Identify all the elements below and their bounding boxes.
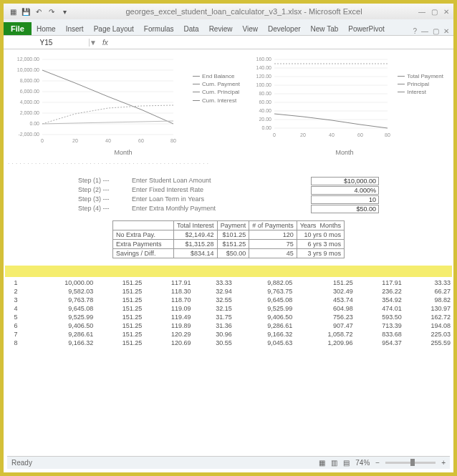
svg-text:40: 40: [105, 138, 111, 143]
loan-amount-input[interactable]: $10,000.00: [311, 177, 379, 185]
svg-text:0: 0: [41, 138, 44, 143]
chart-balance[interactable]: 12,000.00 10,000.00 8,000.00 6,000.00 4,…: [5, 52, 241, 156]
worksheet-area[interactable]: 12,000.00 10,000.00 8,000.00 6,000.00 4,…: [4, 49, 453, 350]
tab-data[interactable]: Data: [179, 23, 204, 35]
steps-block: Step (1) ---Enter Student Loan Amount$10…: [78, 177, 379, 213]
term-input[interactable]: 10: [311, 195, 379, 204]
excel-icon: ▦: [8, 6, 18, 16]
svg-text:20: 20: [300, 132, 306, 137]
tab-home[interactable]: Home: [32, 23, 61, 35]
tab-powerpivot[interactable]: PowerPivot: [343, 23, 390, 35]
file-tab[interactable]: File: [4, 22, 32, 35]
view-normal-icon[interactable]: ▦: [319, 459, 325, 467]
undo-icon[interactable]: ↶: [34, 6, 44, 16]
svg-text:60.00: 60.00: [259, 99, 271, 105]
chart-legend-left: End Balance Cum. Payment Cum. Principal …: [193, 72, 240, 105]
chart-legend-right: Total Payment Principal Interest: [398, 72, 443, 97]
amortization-table: 110,000.00151.25117.9133.339,882.05151.2…: [5, 278, 452, 347]
help-icon[interactable]: ?: [413, 27, 417, 35]
svg-text:10,000.00: 10,000.00: [17, 67, 39, 72]
table-row: 69,406.50151.25119.8931.369,286.61907.47…: [5, 321, 452, 330]
status-bar: Ready ▦ ▥ ▤ 74% − +: [7, 456, 450, 469]
window-controls: — ▢ ✕: [418, 8, 449, 16]
tab-review[interactable]: Review: [204, 23, 238, 35]
tab-page-layout[interactable]: Page Layout: [89, 23, 139, 35]
svg-text:140.00: 140.00: [256, 65, 272, 70]
svg-text:6,000.00: 6,000.00: [20, 89, 39, 94]
svg-text:0.00: 0.00: [261, 125, 271, 130]
svg-text:40.00: 40.00: [259, 108, 271, 113]
tab-insert[interactable]: Insert: [61, 23, 89, 35]
svg-text:100.00: 100.00: [256, 82, 272, 87]
ribbon: File Home Insert Page Layout Formulas Da…: [4, 19, 453, 35]
header-band: [5, 266, 452, 277]
zoom-level[interactable]: 74%: [355, 459, 370, 467]
chart-xlabel-right: Month: [244, 149, 445, 156]
zoom-slider[interactable]: [385, 462, 436, 464]
view-layout-icon[interactable]: ▥: [331, 459, 337, 467]
svg-text:2,000.00: 2,000.00: [20, 110, 39, 115]
table-row: 49,645.08151.25119.0932.159,525.99604.98…: [5, 304, 452, 313]
svg-text:80: 80: [170, 138, 176, 143]
svg-text:60: 60: [138, 138, 144, 143]
table-row: 110,000.00151.25117.9133.339,882.05151.2…: [5, 278, 452, 287]
ribbon-max-icon[interactable]: ▢: [433, 27, 439, 35]
svg-text:120.00: 120.00: [256, 74, 272, 79]
table-row: 59,525.99151.25119.4931.759,406.50756.23…: [5, 313, 452, 321]
name-box[interactable]: Y15: [4, 39, 90, 47]
maximize-button[interactable]: ▢: [431, 8, 438, 16]
title-bar: ▦ 💾 ↶ ↷ ▾ georges_excel_student_loan_cal…: [4, 4, 453, 19]
rate-input[interactable]: 4.000%: [311, 186, 379, 195]
svg-text:12,000.00: 12,000.00: [17, 57, 39, 62]
zoom-in-button[interactable]: +: [441, 459, 446, 467]
quick-access-toolbar: ▦ 💾 ↶ ↷ ▾: [8, 6, 69, 16]
tab-new[interactable]: New Tab: [306, 23, 344, 35]
view-break-icon[interactable]: ▤: [343, 459, 350, 467]
svg-text:-2,000.00: -2,000.00: [18, 132, 39, 137]
chart-xlabel-left: Month: [5, 149, 241, 156]
tab-formulas[interactable]: Formulas: [139, 23, 179, 35]
fx-icon[interactable]: fx: [97, 39, 114, 47]
table-row: 79,286.61151.25120.2930.969,166.321,058.…: [5, 330, 452, 339]
redo-icon[interactable]: ↷: [47, 6, 57, 16]
ribbon-min-icon[interactable]: —: [421, 27, 428, 35]
minimize-button[interactable]: —: [418, 8, 425, 16]
svg-text:8,000.00: 8,000.00: [20, 78, 39, 83]
formula-bar: Y15 ▼ fx: [4, 35, 453, 49]
table-row: 39,763.78151.25118.7032.559,645.08453.74…: [5, 296, 452, 304]
chart-payment[interactable]: 160.00 140.00 120.00 100.00 80.00 60.00 …: [244, 52, 445, 156]
ribbon-close-icon[interactable]: ✕: [443, 27, 449, 35]
summary-table: Total InterestPayment# of PaymentsYears …: [112, 220, 345, 258]
svg-text:160.00: 160.00: [256, 57, 272, 62]
note-text: · · · · · · · · · · · · · · · · · · · · …: [5, 156, 452, 174]
tab-view[interactable]: View: [237, 23, 263, 35]
name-box-dropdown-icon[interactable]: ▼: [90, 39, 97, 47]
svg-text:80: 80: [385, 132, 390, 137]
svg-text:0: 0: [273, 132, 276, 137]
svg-text:20: 20: [72, 138, 78, 143]
svg-text:4,000.00: 4,000.00: [20, 99, 39, 105]
status-ready: Ready: [11, 459, 32, 467]
qat-more-icon[interactable]: ▾: [59, 6, 69, 16]
tab-developer[interactable]: Developer: [263, 23, 306, 35]
svg-text:60: 60: [357, 132, 363, 137]
svg-text:20.00: 20.00: [259, 117, 271, 122]
table-row: 29,582.03151.25118.3032.949,763.75302.49…: [5, 287, 452, 296]
close-button[interactable]: ✕: [443, 8, 449, 16]
svg-text:0.00: 0.00: [29, 121, 39, 126]
table-row: 89,166.32151.25120.6930.559,045.631,209.…: [5, 339, 452, 347]
svg-text:40: 40: [329, 132, 335, 137]
svg-text:80.00: 80.00: [259, 91, 271, 96]
window-title: georges_excel_student_loan_calculator_v3…: [69, 7, 418, 16]
save-icon[interactable]: 💾: [21, 6, 31, 16]
extra-input[interactable]: $50.00: [311, 205, 379, 213]
zoom-out-button[interactable]: −: [375, 459, 380, 467]
